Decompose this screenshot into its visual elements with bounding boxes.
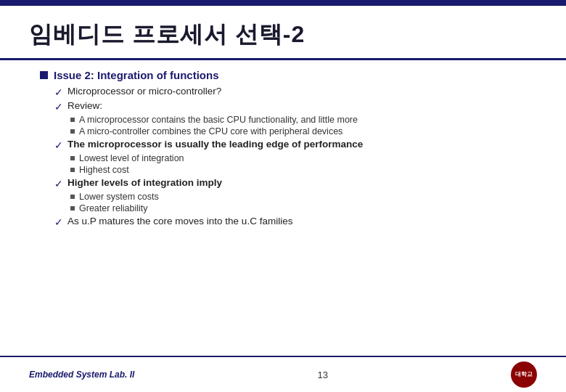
checkmark-icon: ✓ xyxy=(54,139,63,151)
sub-bullet-icon xyxy=(70,168,75,172)
list-item: Greater reliability xyxy=(70,203,537,213)
issue-bullet-icon xyxy=(40,71,48,79)
checkmark-icon: ✓ xyxy=(54,86,63,98)
sub-bullet-icon xyxy=(70,156,75,160)
sub-bullet-icon xyxy=(70,129,75,134)
checkmark-icon: ✓ xyxy=(54,216,63,228)
title-section: 임베디드 프로세서 선택-2 xyxy=(0,6,566,60)
title-bar xyxy=(0,0,566,6)
bullet-text: Microprocessor or micro-controller? xyxy=(67,86,221,97)
list-item: A microprocessor contains the basic CPU … xyxy=(70,115,537,125)
logo-circle: 대학교 xyxy=(511,362,537,388)
issue-title: Issue 2: Integration of functions xyxy=(54,69,219,81)
checkmark-icon: ✓ xyxy=(54,101,63,113)
list-item: ✓ Microprocessor or micro-controller? xyxy=(54,86,537,98)
university-logo: 대학교 xyxy=(511,362,537,388)
slide-title: 임베디드 프로세서 선택-2 xyxy=(29,19,537,51)
bullet-text: The microprocessor is usually the leadin… xyxy=(67,139,363,150)
checkmark-icon: ✓ xyxy=(54,178,63,189)
footer-lab-label: Embedded System Lab. II xyxy=(29,369,134,380)
sub-bullet-icon xyxy=(70,195,75,199)
footer: Embedded System Lab. II 13 대학교 xyxy=(0,356,566,392)
footer-page-number: 13 xyxy=(317,369,327,380)
sub-bullet-icon xyxy=(70,206,75,211)
slide-container: 임베디드 프로세서 선택-2 Issue 2: Integration of f… xyxy=(0,0,566,392)
sub-item-text: A micro-controller combines the CPU core… xyxy=(79,126,343,136)
list-item: ✓ Review: xyxy=(54,100,537,113)
sub-list: Lowest level of integration Highest cost xyxy=(54,153,537,175)
sub-bullet-icon xyxy=(70,118,75,122)
list-item: ✓ As u.P matures the core moves into the… xyxy=(54,216,537,228)
list-item: Lowest level of integration xyxy=(70,153,537,163)
content-area: Issue 2: Integration of functions ✓ Micr… xyxy=(0,60,566,356)
bullet-text: Higher levels of integration imply xyxy=(67,177,222,188)
bullet-text: Review: xyxy=(67,100,102,111)
bullet-list: ✓ Microprocessor or micro-controller? ✓ … xyxy=(40,86,537,228)
sub-item-text: Lower system costs xyxy=(79,192,159,202)
list-item: Highest cost xyxy=(70,165,537,175)
list-item: ✓ Higher levels of integration imply xyxy=(54,177,537,189)
list-item: A micro-controller combines the CPU core… xyxy=(70,126,537,136)
sub-item-text: Highest cost xyxy=(79,165,129,175)
sub-item-text: Greater reliability xyxy=(79,203,147,213)
sub-item-text: A microprocessor contains the basic CPU … xyxy=(79,115,358,125)
sub-list: Lower system costs Greater reliability xyxy=(54,192,537,213)
list-item: ✓ The microprocessor is usually the lead… xyxy=(54,139,537,151)
sub-list: A microprocessor contains the basic CPU … xyxy=(54,115,537,136)
sub-item-text: Lowest level of integration xyxy=(79,153,184,163)
bullet-text: As u.P matures the core moves into the u… xyxy=(67,216,292,226)
list-item: Lower system costs xyxy=(70,192,537,202)
issue-header: Issue 2: Integration of functions xyxy=(40,69,537,81)
